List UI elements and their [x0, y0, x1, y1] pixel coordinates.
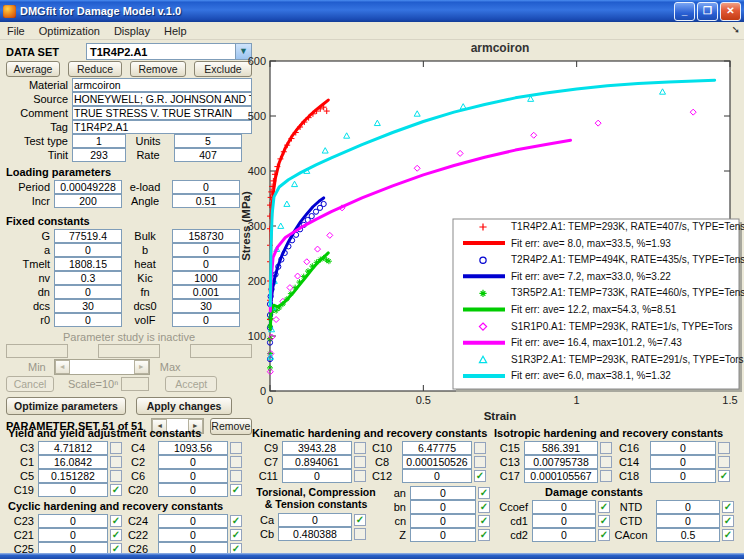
- kinematic-field-C11[interactable]: 0: [282, 469, 352, 483]
- isotropic-field-C15[interactable]: 586.391: [524, 441, 598, 455]
- yield-C1-checkbox[interactable]: [110, 456, 122, 468]
- cyclic-field-C24[interactable]: 0: [158, 514, 228, 528]
- yield-C5-checkbox[interactable]: [110, 470, 122, 482]
- damage-cd1-checkbox[interactable]: ✓: [598, 515, 610, 527]
- fixed-field-a[interactable]: 0: [54, 243, 122, 257]
- fixed-field-nv[interactable]: 0.3: [54, 271, 122, 285]
- kinematic-field-C12[interactable]: 0: [402, 469, 472, 483]
- dataset-field-Units[interactable]: 5: [174, 134, 242, 148]
- dock-figure-icon[interactable]: ➘: [732, 24, 740, 35]
- torsional-field-Cb[interactable]: 0.480388: [278, 527, 352, 541]
- menu-display[interactable]: Display: [107, 24, 157, 38]
- yield-C19-checkbox[interactable]: ✓: [110, 484, 122, 496]
- average-button[interactable]: Average: [6, 61, 60, 77]
- isotropic-C17-checkbox[interactable]: [600, 470, 612, 482]
- torsional-field-Ca[interactable]: 0: [278, 513, 352, 527]
- torsional-Ca-checkbox[interactable]: ✓: [354, 514, 366, 526]
- kinematic-C12-checkbox[interactable]: ✓: [474, 470, 486, 482]
- loading-field-e-load[interactable]: 0: [172, 180, 240, 194]
- dataset-field-Rate[interactable]: 407: [174, 148, 242, 162]
- isotropic-field-C13[interactable]: 0.00795738: [524, 455, 598, 469]
- isotropic-field-C16[interactable]: 0: [650, 441, 716, 455]
- field-material[interactable]: armcoiron: [72, 78, 252, 92]
- fixed-field-dn[interactable]: 0: [54, 285, 122, 299]
- damage-CAcon-checkbox[interactable]: ✓: [722, 529, 734, 541]
- torsional-field-Z[interactable]: 0: [410, 528, 476, 542]
- fixed-field-Bulk[interactable]: 158730: [172, 229, 240, 243]
- isotropic-C18-checkbox[interactable]: ✓: [718, 470, 730, 482]
- isotropic-C16-checkbox[interactable]: [718, 442, 730, 454]
- torsional-Cb-checkbox[interactable]: [354, 528, 366, 540]
- isotropic-C14-checkbox[interactable]: [718, 456, 730, 468]
- kinematic-C7-checkbox[interactable]: [354, 456, 366, 468]
- yield-C2-checkbox[interactable]: [230, 456, 242, 468]
- field-source[interactable]: HONEYWELL; G.R. JOHNSON AND T.: [72, 92, 252, 106]
- yield-field-C5[interactable]: 0.151282: [38, 469, 108, 483]
- cyclic-C21-checkbox[interactable]: ✓: [110, 529, 122, 541]
- fixed-field-volF[interactable]: 0: [172, 313, 240, 327]
- yield-C3-checkbox[interactable]: [110, 442, 122, 454]
- torsional-Z-checkbox[interactable]: ✓: [478, 529, 490, 541]
- cyclic-C24-checkbox[interactable]: ✓: [230, 515, 242, 527]
- isotropic-C13-checkbox[interactable]: [600, 456, 612, 468]
- field-tag[interactable]: T1R4P2.A1: [72, 120, 252, 134]
- restore-button[interactable]: ❐: [697, 2, 718, 21]
- kinematic-field-C10[interactable]: 6.47775: [402, 441, 472, 455]
- yield-field-C4[interactable]: 1093.56: [158, 441, 228, 455]
- dataset-combo[interactable]: T1R4P2.A1 ▼: [86, 43, 252, 60]
- dataset-field-Test type[interactable]: 1: [72, 134, 126, 148]
- field-comment[interactable]: TRUE STRESS V. TRUE STRAIN: [72, 106, 252, 120]
- cyclic-field-C23[interactable]: 0: [38, 514, 108, 528]
- torsional-an-checkbox[interactable]: ✓: [478, 487, 490, 499]
- damage-field-cd2[interactable]: 0: [532, 528, 596, 542]
- dataset-field-Tinit[interactable]: 293: [72, 148, 126, 162]
- isotropic-field-C18[interactable]: 0: [650, 469, 716, 483]
- minimize-button[interactable]: _: [674, 2, 695, 21]
- yield-C6-checkbox[interactable]: [230, 470, 242, 482]
- fixed-field-fn[interactable]: 0.001: [172, 285, 240, 299]
- fixed-field-dcs[interactable]: 30: [54, 299, 122, 313]
- kinematic-field-C8[interactable]: 0.000150526: [402, 455, 472, 469]
- remove-button[interactable]: Remove: [130, 61, 186, 77]
- menu-help[interactable]: Help: [157, 24, 194, 38]
- torsional-field-an[interactable]: 0: [410, 486, 476, 500]
- isotropic-field-C14[interactable]: 0: [650, 455, 716, 469]
- fixed-field-b[interactable]: 0: [172, 243, 240, 257]
- isotropic-C15-checkbox[interactable]: [600, 442, 612, 454]
- kinematic-C10-checkbox[interactable]: [474, 442, 486, 454]
- optimize-parameters-button[interactable]: Optimize parameters: [6, 397, 126, 415]
- damage-field-cd1[interactable]: 0: [532, 514, 596, 528]
- damage-field-CTD[interactable]: 0: [656, 514, 720, 528]
- yield-field-C1[interactable]: 16.0842: [38, 455, 108, 469]
- cyclic-field-C22[interactable]: 0: [158, 528, 228, 542]
- fixed-field-Tmelt[interactable]: 1808.15: [54, 257, 122, 271]
- loading-field-Incr[interactable]: 200: [54, 194, 122, 208]
- reduce-button[interactable]: Reduce: [68, 61, 122, 77]
- damage-field-NTD[interactable]: 0: [656, 500, 720, 514]
- kinematic-C8-checkbox[interactable]: [474, 456, 486, 468]
- cyclic-field-C21[interactable]: 0: [38, 528, 108, 542]
- menu-optimization[interactable]: Optimization: [32, 24, 107, 38]
- fixed-field-heat[interactable]: 0: [172, 257, 240, 271]
- damage-CTD-checkbox[interactable]: ✓: [722, 515, 734, 527]
- yield-field-C2[interactable]: 0: [158, 455, 228, 469]
- torsional-field-bn[interactable]: 0: [410, 500, 476, 514]
- kinematic-C11-checkbox[interactable]: [354, 470, 366, 482]
- yield-field-C6[interactable]: 0: [158, 469, 228, 483]
- loading-field-Period[interactable]: 0.00049228: [54, 180, 122, 194]
- damage-cd2-checkbox[interactable]: ✓: [598, 529, 610, 541]
- fixed-field-Kic[interactable]: 1000: [172, 271, 240, 285]
- apply-changes-button[interactable]: Apply changes: [136, 397, 232, 415]
- cyclic-C22-checkbox[interactable]: ✓: [230, 529, 242, 541]
- damage-NTD-checkbox[interactable]: ✓: [722, 501, 734, 513]
- kinematic-C9-checkbox[interactable]: [354, 442, 366, 454]
- yield-C4-checkbox[interactable]: [230, 442, 242, 454]
- loading-field-Angle[interactable]: 0.51: [172, 194, 240, 208]
- kinematic-field-C9[interactable]: 3943.28: [282, 441, 352, 455]
- fixed-field-dcs0[interactable]: 30: [172, 299, 240, 313]
- close-button[interactable]: ✕: [720, 2, 741, 21]
- torsional-cn-checkbox[interactable]: ✓: [478, 515, 490, 527]
- menu-file[interactable]: File: [0, 24, 32, 38]
- yield-field-C3[interactable]: 4.71812: [38, 441, 108, 455]
- fixed-field-G[interactable]: 77519.4: [54, 229, 122, 243]
